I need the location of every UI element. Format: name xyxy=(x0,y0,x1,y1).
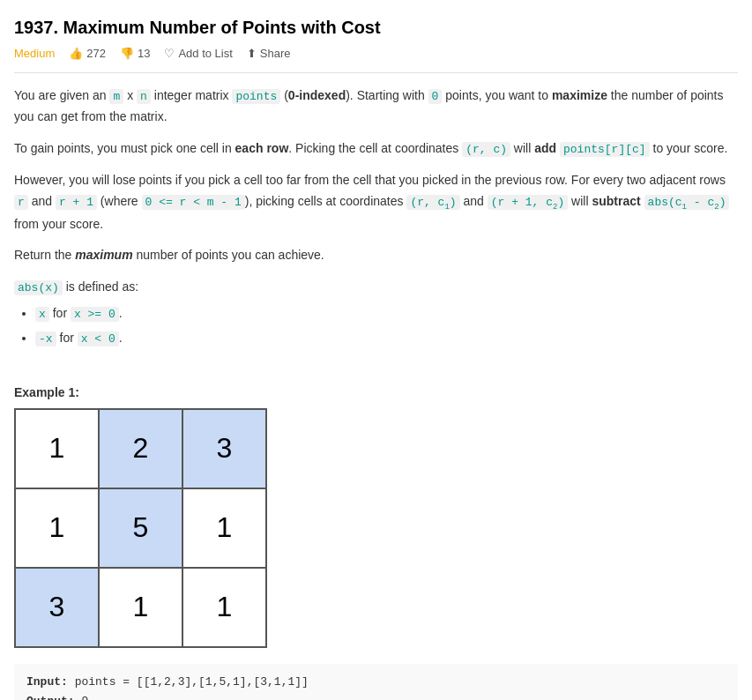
problem-title: 1937. Maximum Number of Points with Cost xyxy=(14,18,738,38)
dislike-count: 13 xyxy=(138,47,150,60)
thumbs-up-icon: 👍 xyxy=(69,47,83,60)
code-zero: 0 xyxy=(428,89,443,104)
code-x-geq: x >= 0 xyxy=(71,307,119,322)
thumbs-down-icon: 👎 xyxy=(120,47,134,60)
add-to-list-button[interactable]: ♡ Add to List xyxy=(164,47,232,60)
input-label: Input: xyxy=(26,675,68,689)
matrix-row-0: 1 2 3 xyxy=(15,409,266,488)
each-row-bold: each row xyxy=(235,141,289,155)
io-block: Input: points = [[1,2,3],[1,5,1],[3,1,1]… xyxy=(14,664,738,700)
code-rc2: (r + 1, c2) xyxy=(488,195,568,210)
abs-bullet-list: x for x >= 0. -x for x < 0. xyxy=(35,303,738,349)
share-icon: ⬆ xyxy=(247,47,257,60)
bullet-2: -x for x < 0. xyxy=(35,328,738,349)
code-points-rc: points[r][c] xyxy=(560,142,650,157)
code-rc1: (r, c1) xyxy=(406,195,459,210)
matrix-cell-1-2: 1 xyxy=(182,488,266,568)
share-label: Share xyxy=(260,47,291,60)
matrix-cell-1-0: 1 xyxy=(15,488,99,568)
matrix-cell-1-1: 5 xyxy=(99,488,182,568)
difficulty-badge: Medium xyxy=(14,47,55,60)
bullet-1: x for x >= 0. xyxy=(35,303,738,324)
matrix-cell-2-0: 3 xyxy=(15,568,99,647)
output-value: 9 xyxy=(81,695,88,700)
code-abs: abs(c1 - c2) xyxy=(644,195,730,210)
heart-icon: ♡ xyxy=(164,47,175,60)
code-r-c: (r, c) xyxy=(462,142,510,157)
code-r: r xyxy=(14,195,28,210)
matrix-cell-0-2: 3 xyxy=(182,409,266,488)
add-bold: add xyxy=(534,141,556,155)
input-line: Input: points = [[1,2,3],[1,5,1],[3,1,1]… xyxy=(26,673,726,692)
matrix-cell-2-2: 1 xyxy=(182,568,266,647)
input-value: points = [[1,2,3],[1,5,1],[3,1,1]] xyxy=(75,675,309,689)
code-n: n xyxy=(137,89,151,104)
code-r1: r + 1 xyxy=(56,195,97,210)
code-abs-def: abs(x) xyxy=(14,280,63,295)
maximum-italic-bold: maximum xyxy=(75,248,132,262)
matrix-cell-0-0: 1 xyxy=(15,409,99,488)
matrix-cell-0-1: 2 xyxy=(99,409,182,488)
paragraph-1: You are given an m x n integer matrix po… xyxy=(14,86,738,128)
code-x-lt: x < 0 xyxy=(78,331,119,346)
add-to-list-label: Add to List xyxy=(178,47,232,60)
code-m: m xyxy=(109,89,123,104)
abs-definition: abs(x) is defined as: x for x >= 0. -x f… xyxy=(14,277,738,349)
share-button[interactable]: ⬆ Share xyxy=(247,47,291,60)
zero-indexed-bold: 0-indexed xyxy=(288,88,346,102)
code-x: x xyxy=(35,307,49,322)
matrix-row-2: 3 1 1 xyxy=(15,568,266,647)
paragraph-2: To gain points, you must pick one cell i… xyxy=(14,138,738,160)
output-label: Output: xyxy=(26,695,75,700)
example-label: Example 1: xyxy=(14,385,738,399)
matrix-cell-2-1: 1 xyxy=(99,568,182,647)
paragraph-4: Return the maximum number of points you … xyxy=(14,245,738,266)
subtract-bold: subtract xyxy=(592,194,640,208)
dislike-button[interactable]: 👎 13 xyxy=(120,47,150,60)
like-count: 272 xyxy=(86,47,106,60)
code-points: points xyxy=(232,89,280,104)
matrix-row-1: 1 5 1 xyxy=(15,488,266,568)
example-matrix: 1 2 3 1 5 1 3 1 1 xyxy=(14,408,267,648)
code-neg-x: -x xyxy=(35,331,56,346)
meta-row: Medium 👍 272 👎 13 ♡ Add to List ⬆ Share xyxy=(14,47,738,73)
output-line: Output: 9 xyxy=(26,692,726,700)
maximize-bold: maximize xyxy=(552,88,607,102)
code-cond: 0 <= r < m - 1 xyxy=(142,195,245,210)
like-button[interactable]: 👍 272 xyxy=(69,47,106,60)
paragraph-3: However, you will lose points if you pic… xyxy=(14,170,738,235)
